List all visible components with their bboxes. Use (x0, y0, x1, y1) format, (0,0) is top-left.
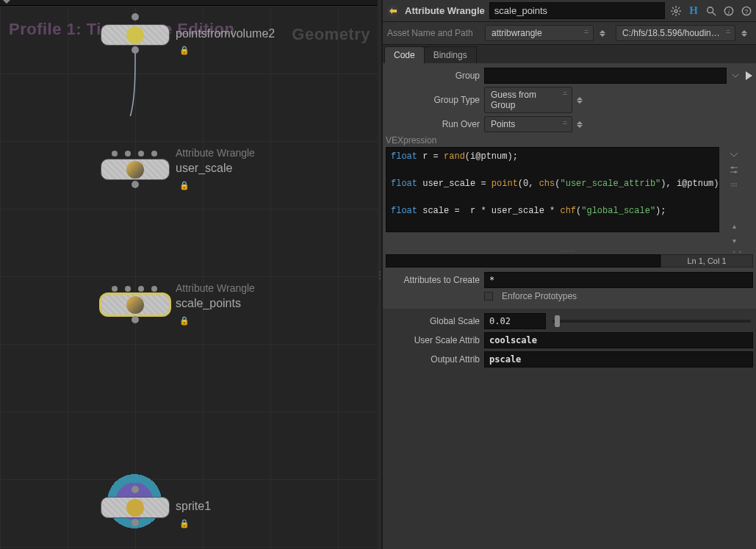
node-output[interactable] (132, 46, 139, 54)
cycle-icon[interactable] (741, 30, 752, 37)
network-dropdown-bar[interactable] (0, 0, 378, 6)
asset-path-dropdown[interactable]: C:/hfs/18.5.596/houdini/otls... (616, 25, 735, 41)
cursor-position: Ln 1, Col 1 (660, 254, 753, 268)
run-over-dropdown[interactable]: Points (484, 116, 572, 132)
user-scale-attrib-field[interactable] (484, 332, 753, 348)
houdini-help-icon[interactable]: H (687, 4, 700, 18)
cycle-icon[interactable] (577, 121, 587, 128)
global-scale-field[interactable]: 0.02 (484, 313, 546, 329)
node-pointsfromvolume2[interactable] (101, 24, 170, 46)
lock-icon: 🔒 (179, 316, 190, 326)
watermark-geometry: Geometry (292, 25, 370, 44)
grip-icon[interactable] (729, 181, 739, 191)
asset-row: Asset Name and Path attribwrangle C:/hfs… (383, 22, 756, 45)
enforce-prototypes-label: Enforce Prototypes (502, 291, 577, 301)
attrs-create-field[interactable] (484, 272, 753, 288)
status-field[interactable] (386, 254, 660, 268)
node-input[interactable] (112, 151, 118, 157)
node-output[interactable] (132, 519, 139, 526)
lock-icon: 🔒 (179, 519, 190, 528)
vex-code-editor[interactable]: float r = rand(i@ptnum); float user_scal… (386, 147, 719, 232)
svg-point-25 (735, 185, 737, 187)
svg-line-7 (678, 13, 680, 15)
group-type-value: Guess from Group (491, 90, 536, 110)
network-view[interactable]: Profile 1: Tim e Edition Geometry points… (0, 0, 378, 549)
wrangle-icon (126, 296, 144, 314)
chevron-down-icon[interactable] (729, 150, 739, 160)
node-input[interactable] (132, 13, 139, 21)
caret-down-icon[interactable]: ▾ (729, 235, 739, 245)
svg-text:?: ? (745, 7, 749, 15)
svg-point-19 (735, 171, 737, 173)
wrangle-icon (386, 4, 400, 18)
cycle-icon[interactable] (600, 30, 610, 37)
node-type-label: Attribute Wrangle (176, 282, 255, 294)
svg-point-10 (708, 7, 713, 12)
network-grid (0, 6, 378, 549)
node-label: scale_points (176, 297, 241, 310)
svg-text:i: i (728, 7, 730, 15)
node-input[interactable] (151, 151, 157, 157)
spare-params: Global Scale 0.02 User Scale Attrib Outp… (383, 309, 756, 370)
node-input[interactable] (125, 286, 131, 292)
attrs-create-label: Attributes to Create (386, 275, 480, 285)
node-name-field[interactable] (489, 2, 665, 19)
help-icon[interactable]: ? (740, 4, 753, 18)
chevron-down-icon[interactable] (731, 71, 740, 80)
param-header: Attribute Wrangle H i ? (383, 0, 756, 22)
run-over-value: Points (491, 119, 515, 129)
sprite-icon (126, 499, 144, 517)
svg-point-20 (731, 183, 732, 184)
node-label: pointsfromvolume2 (176, 27, 275, 40)
asset-label: Asset Name and Path (387, 28, 479, 38)
output-attrib-field[interactable] (484, 351, 753, 367)
tab-code[interactable]: Code (384, 46, 425, 63)
caret-up-icon[interactable]: ▴ (729, 220, 739, 231)
group-field[interactable] (484, 68, 727, 84)
sliders-icon[interactable] (729, 165, 739, 175)
node-input[interactable] (138, 286, 144, 292)
node-scale-points[interactable] (101, 294, 170, 315)
info-icon[interactable]: i (722, 4, 735, 18)
vex-label: VEXpression (386, 135, 436, 146)
operator-type-label: Attribute Wrangle (405, 5, 485, 16)
run-over-label: Run Over (386, 119, 480, 129)
output-attrib-label: Output Attrib (386, 354, 480, 365)
svg-point-1 (674, 10, 677, 12)
node-input[interactable] (132, 486, 139, 493)
code-gutter: ▴ ▾ (724, 147, 744, 245)
search-icon[interactable] (705, 4, 718, 18)
asset-name-value: attribwrangle (492, 28, 542, 38)
lock-icon: 🔒 (179, 181, 190, 190)
cycle-icon[interactable] (577, 97, 587, 104)
node-user-scale[interactable] (101, 159, 170, 180)
node-input[interactable] (125, 151, 131, 157)
lock-icon: 🔒 (179, 46, 190, 55)
node-output[interactable] (132, 316, 139, 323)
chevron-down-icon (3, 0, 10, 4)
node-input[interactable] (138, 151, 144, 157)
sop-icon (126, 26, 144, 44)
code-resizer[interactable]: ⋯⋯ ◂ ▸ (386, 248, 753, 254)
param-tabs: Code Bindings (383, 45, 756, 63)
global-scale-slider[interactable] (552, 320, 751, 323)
global-scale-label: Global Scale (386, 316, 480, 326)
node-input[interactable] (151, 286, 157, 292)
node-input[interactable] (112, 286, 118, 292)
status-row: Ln 1, Col 1 (386, 254, 753, 268)
svg-line-9 (678, 7, 680, 9)
node-label: sprite1 (176, 500, 211, 513)
asset-name-dropdown[interactable]: attribwrangle (485, 25, 594, 41)
play-icon[interactable] (744, 71, 753, 81)
group-type-dropdown[interactable]: Guess from Group (484, 87, 572, 113)
node-output[interactable] (132, 181, 139, 188)
group-label: Group (386, 71, 480, 81)
svg-point-18 (732, 167, 734, 169)
tab-bindings[interactable]: Bindings (424, 46, 477, 63)
enforce-prototypes-checkbox[interactable] (484, 292, 493, 301)
svg-point-24 (733, 185, 735, 187)
gear-icon[interactable] (669, 4, 683, 18)
svg-point-23 (731, 185, 732, 187)
node-sprite1[interactable] (101, 497, 170, 518)
parameter-panel: Attribute Wrangle H i ? Asset Name and P… (381, 0, 756, 549)
